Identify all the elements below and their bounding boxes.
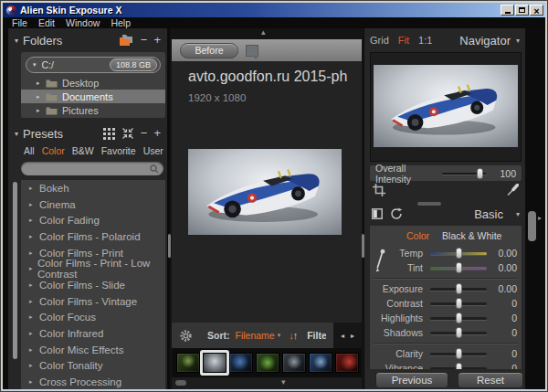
reset-button[interactable]: Reset xyxy=(458,372,523,388)
presets-panel-header[interactable]: Presets xyxy=(10,125,165,142)
gear-icon[interactable] xyxy=(179,329,193,343)
slider-track[interactable] xyxy=(430,332,487,334)
chevron-right-icon[interactable] xyxy=(29,217,39,224)
preset-row[interactable]: Bokeh xyxy=(21,180,165,196)
preset-row[interactable]: Color Films - Vintage xyxy=(21,293,165,310)
chevron-right-icon[interactable] xyxy=(29,201,39,208)
chevron-right-icon[interactable] xyxy=(29,233,39,240)
sort-direction-toggle[interactable] xyxy=(289,330,297,341)
preset-row[interactable]: Color Fading xyxy=(21,212,165,228)
presets-tab[interactable]: All xyxy=(24,145,35,157)
navigator-preview[interactable] xyxy=(370,52,522,162)
photo-thumbnail[interactable] xyxy=(335,353,359,373)
chevron-right-icon[interactable] xyxy=(29,313,39,321)
sort-field-dropdown[interactable]: Filename xyxy=(236,330,275,341)
photo-thumbnail[interactable] xyxy=(256,353,279,373)
remove-folder-button[interactable] xyxy=(141,35,148,46)
menu-item[interactable]: Edit xyxy=(33,18,60,28)
slider-thumb[interactable] xyxy=(456,313,462,323)
collapse-down-icon[interactable] xyxy=(281,377,286,387)
slider-track[interactable] xyxy=(430,267,487,270)
slider-thumb[interactable] xyxy=(456,248,462,259)
filter-label[interactable]: Filter xyxy=(307,330,326,341)
grid-view-icon[interactable] xyxy=(103,128,115,140)
overall-intensity-slider[interactable] xyxy=(442,173,486,175)
folders-panel-header[interactable]: Folders xyxy=(10,32,165,48)
expand-panel-icon[interactable] xyxy=(538,214,542,222)
preset-row[interactable]: Color Infrared xyxy=(21,325,165,342)
slider-thumb[interactable] xyxy=(456,327,462,338)
folder-row[interactable]: Documents xyxy=(21,90,165,103)
preset-row[interactable]: Color Films - Print - Low Contrast xyxy=(21,260,165,277)
chevron-right-icon[interactable] xyxy=(29,378,39,386)
minimize-button[interactable] xyxy=(501,5,514,16)
chevron-right-icon[interactable] xyxy=(29,362,39,369)
chevron-down-icon[interactable] xyxy=(516,210,520,218)
slider-thumb[interactable] xyxy=(477,168,483,179)
preset-row[interactable]: Cinema xyxy=(21,196,165,213)
chevron-right-icon[interactable] xyxy=(29,330,39,337)
slider-track[interactable] xyxy=(430,252,487,255)
preset-search-box[interactable] xyxy=(21,162,163,175)
titlebar[interactable]: Alien Skin Exposure X xyxy=(3,3,545,17)
chevron-right-icon[interactable] xyxy=(37,107,46,114)
menu-item[interactable]: Window xyxy=(60,18,105,28)
add-folder-button[interactable] xyxy=(153,35,161,46)
right-scrollbar-thumb[interactable] xyxy=(528,211,536,241)
photo-thumbnail[interactable] xyxy=(229,353,253,373)
chevron-down-icon[interactable] xyxy=(278,332,281,339)
slider-thumb[interactable] xyxy=(456,363,462,370)
chevron-down-icon[interactable] xyxy=(15,130,18,138)
presets-tab[interactable]: Favorite xyxy=(101,145,136,157)
preset-row[interactable]: Color Misc Effects xyxy=(21,342,165,358)
photo-thumbnail[interactable] xyxy=(176,353,200,373)
slider-thumb[interactable] xyxy=(456,283,462,294)
chevron-right-icon[interactable] xyxy=(37,93,46,101)
photo-thumbnail[interactable] xyxy=(203,353,227,373)
preset-row[interactable]: Color Films - Polaroid xyxy=(21,228,165,245)
previous-photo-arrow[interactable] xyxy=(341,332,344,340)
chevron-right-icon[interactable] xyxy=(29,346,39,354)
split-preview-icon[interactable] xyxy=(372,208,383,219)
presets-tab[interactable]: Color xyxy=(42,145,65,157)
presets-tab[interactable]: B&W xyxy=(72,145,94,157)
preset-row[interactable]: Color Focus xyxy=(21,310,165,326)
chevron-down-icon[interactable] xyxy=(15,37,18,45)
menu-item[interactable]: Help xyxy=(105,18,136,28)
folder-row[interactable]: Pictures xyxy=(21,103,165,117)
preset-row[interactable]: Color Tonality xyxy=(21,358,165,375)
slider-thumb[interactable] xyxy=(456,262,462,273)
photo-thumbnail[interactable] xyxy=(282,353,306,373)
reset-panel-icon[interactable] xyxy=(390,207,403,220)
photo-thumbnail[interactable] xyxy=(309,353,332,373)
chevron-right-icon[interactable] xyxy=(29,185,39,192)
preset-search-input[interactable] xyxy=(26,164,150,174)
chevron-down-icon[interactable] xyxy=(516,37,520,45)
folder-row[interactable]: Desktop xyxy=(21,76,165,90)
zoom-mode-button[interactable]: 1:1 xyxy=(418,35,432,46)
close-button[interactable] xyxy=(530,5,543,16)
chevron-right-icon[interactable] xyxy=(29,265,37,272)
flag-icon[interactable] xyxy=(246,45,258,57)
zoom-mode-button[interactable]: Grid xyxy=(370,35,389,46)
zoom-mode-button[interactable]: Fit xyxy=(398,35,409,46)
before-button[interactable]: Before xyxy=(180,43,238,58)
slider-thumb[interactable] xyxy=(456,298,462,309)
chevron-right-icon[interactable] xyxy=(29,249,39,257)
filmstrip-scrollbar[interactable] xyxy=(175,380,186,386)
drive-row[interactable]: C:/ 108.8 GB xyxy=(26,57,161,73)
brush-icon[interactable] xyxy=(506,184,519,196)
maximize-button[interactable] xyxy=(515,5,529,16)
preset-row[interactable]: Cross Processing xyxy=(21,374,165,389)
right-scrollbar-track[interactable] xyxy=(525,28,545,389)
presets-tab[interactable]: User xyxy=(143,145,163,157)
left-divider-handle[interactable] xyxy=(168,234,171,258)
add-folder-icon[interactable] xyxy=(118,34,134,47)
collapse-up-icon[interactable] xyxy=(261,28,266,37)
slider-track[interactable] xyxy=(430,302,487,305)
chevron-right-icon[interactable] xyxy=(29,281,39,289)
next-photo-arrow[interactable] xyxy=(351,332,354,340)
add-preset-button[interactable] xyxy=(153,128,161,139)
basic-mode-tab[interactable]: Black & White xyxy=(442,230,501,241)
chevron-right-icon[interactable] xyxy=(29,298,39,305)
